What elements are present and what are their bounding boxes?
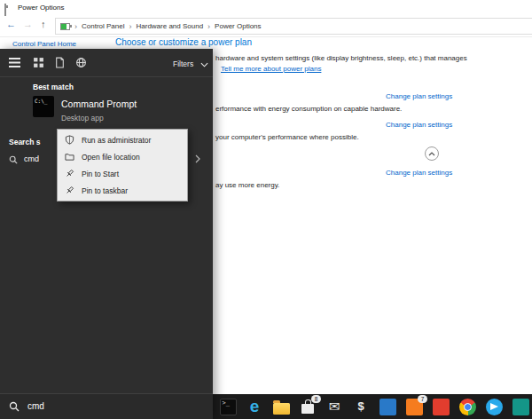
plan-description: ay use more energy.	[215, 181, 279, 189]
chevron-down-icon[interactable]	[200, 62, 208, 67]
chevron-right-icon	[74, 22, 77, 31]
context-item-label: Run as administrator	[82, 136, 151, 145]
forward-icon[interactable]	[23, 20, 33, 29]
breadcrumb-power-options[interactable]: Power Options	[215, 22, 261, 30]
hamburger-menu-icon[interactable]	[9, 58, 20, 59]
red-app-taskbar-icon[interactable]	[431, 397, 450, 416]
page-title: Choose or customize a power plan	[115, 37, 252, 47]
chevron-right-icon	[129, 22, 131, 31]
teal-app-taskbar-icon[interactable]	[511, 397, 530, 416]
window-titlebar: Power Options	[0, 0, 532, 16]
power-options-icon	[60, 23, 70, 30]
start-search-flyout: Filters Best match Command Prompt Deskto…	[0, 49, 213, 419]
folder-icon	[273, 403, 290, 415]
chrome-icon	[459, 399, 476, 415]
plan-description: your computer's performance where possib…	[215, 133, 359, 141]
edge-taskbar-icon[interactable]	[245, 397, 264, 416]
breadcrumb-control-panel[interactable]: Control Panel	[82, 22, 124, 30]
chevron-right-icon[interactable]	[195, 154, 200, 163]
intro-text: hardware and system settings (like displ…	[215, 54, 467, 62]
context-item-label: Pin to Start	[82, 170, 119, 178]
search-result-title[interactable]: Command Prompt	[61, 99, 137, 109]
back-icon[interactable]	[6, 20, 16, 29]
breadcrumb-hardware-and-sound[interactable]: Hardware and Sound	[136, 22, 203, 30]
envelope-icon	[329, 398, 340, 415]
context-item-label: Open file location	[82, 153, 140, 162]
context-pin-to-taskbar[interactable]: Pin to taskbar	[58, 182, 187, 199]
command-prompt-icon	[220, 399, 237, 415]
filters-dropdown[interactable]: Filters	[173, 59, 193, 68]
change-plan-settings-link[interactable]: Change plan settings	[386, 169, 452, 177]
divider	[0, 76, 213, 77]
red-app-icon	[433, 399, 450, 415]
chevron-right-icon	[207, 22, 210, 31]
notification-badge: 7	[418, 395, 427, 403]
change-plan-settings-link[interactable]: Change plan settings	[386, 121, 452, 129]
search-icon	[9, 401, 20, 412]
apps-filter-icon[interactable]	[33, 57, 44, 68]
web-filter-icon[interactable]	[75, 57, 87, 68]
up-icon[interactable]	[41, 20, 46, 29]
teal-app-icon	[512, 399, 529, 415]
context-run-as-administrator[interactable]: Run as administrator	[58, 131, 187, 148]
telegram-taskbar-icon[interactable]	[484, 397, 504, 416]
notification-badge: 8	[311, 395, 321, 403]
context-pin-to-start[interactable]: Pin to Start	[58, 165, 187, 182]
shield-icon	[65, 135, 74, 145]
search-input-value[interactable]: cmd	[27, 401, 44, 411]
power-plans-help-link[interactable]: Tell me more about power plans	[221, 65, 321, 73]
change-plan-settings-link[interactable]: Change plan settings	[386, 92, 452, 100]
window-title: Power Options	[18, 4, 64, 12]
taskbar-search-box[interactable]: cmd	[0, 393, 213, 419]
search-icon	[9, 155, 18, 164]
hide-additional-plans-button[interactable]	[425, 146, 439, 161]
breadcrumb[interactable]: Control Panel Hardware and Sound Power O…	[55, 18, 532, 35]
context-open-file-location[interactable]: Open file location	[58, 148, 187, 165]
control-panel-home-link[interactable]: Control Panel Home	[12, 40, 76, 48]
chrome-taskbar-icon[interactable]	[458, 397, 477, 416]
command-prompt-result-icon[interactable]	[33, 96, 54, 117]
telegram-icon	[486, 399, 503, 415]
blue-app-taskbar-icon[interactable]	[378, 397, 397, 416]
pin-icon	[65, 186, 74, 195]
file-explorer-taskbar-icon[interactable]	[271, 397, 291, 416]
context-menu: Run as administrator Open file location …	[57, 129, 188, 202]
context-item-label: Pin to taskbar	[82, 186, 128, 195]
folder-icon	[65, 152, 74, 162]
command-prompt-taskbar-icon[interactable]	[218, 397, 238, 416]
documents-filter-icon[interactable]	[54, 57, 66, 68]
orange-app-taskbar-icon[interactable]: 7	[404, 397, 424, 416]
store-taskbar-icon[interactable]: 8	[298, 397, 317, 416]
best-match-label: Best match	[33, 83, 74, 91]
dollar-icon	[357, 398, 364, 415]
chevron-up-icon	[428, 152, 435, 156]
store-bag-icon	[301, 404, 314, 414]
blue-app-icon	[379, 399, 396, 415]
search-suggestion-cmd[interactable]: cmd	[24, 154, 39, 163]
edge-icon	[250, 398, 260, 415]
currency-app-taskbar-icon[interactable]	[351, 397, 371, 416]
pin-icon	[65, 169, 74, 178]
search-result-subtitle: Desktop app	[61, 114, 104, 123]
navigation-bar: Control Panel Hardware and Sound Power O…	[0, 16, 532, 37]
plan-description: erformance with energy consumption on ca…	[215, 105, 402, 113]
search-suggestions-label: Search s	[9, 138, 40, 146]
desktop-screenshot: Power Options Control Panel Hardware and…	[0, 0, 532, 419]
mail-taskbar-icon[interactable]	[325, 397, 344, 416]
